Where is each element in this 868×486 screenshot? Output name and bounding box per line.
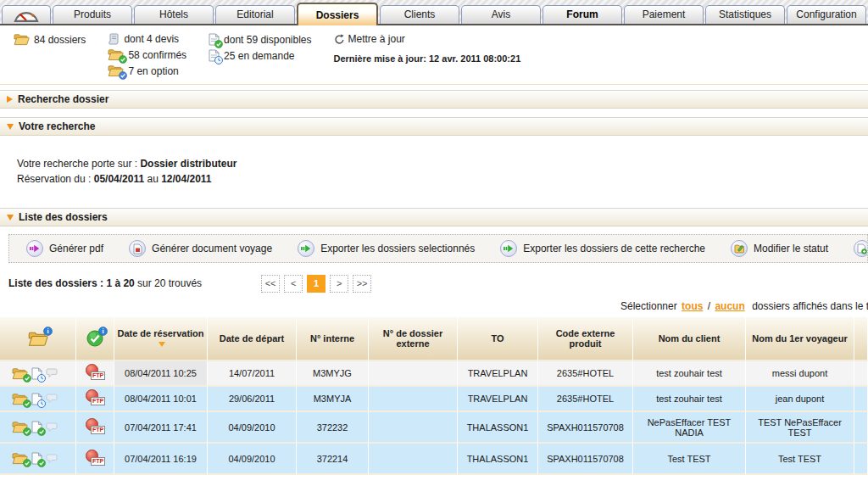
tab-avis[interactable]: Avis <box>461 5 541 24</box>
comment-bubble-icon[interactable] <box>46 394 58 404</box>
tab-clients[interactable]: Clients <box>380 5 459 24</box>
blue-check-badge <box>119 71 127 80</box>
stat-devis: dont 4 devis <box>108 33 186 45</box>
header-nom-client[interactable]: Nom du client <box>633 317 746 361</box>
select-all-link[interactable]: tous <box>682 300 703 312</box>
doc-clock-icon <box>209 49 220 62</box>
header-date-reservation[interactable]: Date de réservation <box>114 317 208 361</box>
folder-check-icon <box>108 48 124 61</box>
folder-check-icon[interactable] <box>12 393 28 405</box>
sort-desc-icon <box>159 342 165 347</box>
cell-num-externe <box>369 412 458 444</box>
doc-check-icon[interactable] <box>31 421 42 433</box>
folder-check-icon[interactable] <box>12 421 28 433</box>
tab-hotels[interactable]: Hôtels <box>134 5 214 24</box>
pdf-arrow-icon <box>26 240 43 257</box>
cell-cropped <box>854 387 868 412</box>
cell-nom-voyageur: messi dupont <box>746 361 854 387</box>
refresh-button[interactable]: Mettre à jour <box>334 33 521 45</box>
section-liste-dossiers-label: Liste des dossiers <box>19 211 108 223</box>
generate-pdf-button[interactable]: Générer pdf <box>26 240 103 257</box>
generate-travel-doc-button[interactable]: Générer document voyage <box>129 240 272 257</box>
ftp-status-icon[interactable]: FTP <box>86 389 104 406</box>
prev-page-button[interactable]: < <box>284 275 303 293</box>
tab-configuration[interactable]: Configuration <box>787 5 866 24</box>
pagination-row: Liste des dossiers : 1 à 20 sur 20 trouv… <box>8 273 868 293</box>
cell-date-reservation: 07/04/2011 16:19 <box>114 444 208 475</box>
header-num-externe[interactable]: N° de dossier externe <box>369 317 458 361</box>
cell-code-externe: SPAXH011570708 <box>538 444 633 475</box>
table-row[interactable]: FTP 08/04/2011 10:25 14/07/2011 M3MYJG T… <box>0 361 868 387</box>
folder-check-icon[interactable] <box>12 452 28 465</box>
cell-nom-voyageur: Test TEST <box>746 444 854 475</box>
folder-check-icon[interactable] <box>12 367 28 380</box>
dossier-actions-toolbar: Générer pdf Générer document voyage Expo… <box>8 234 868 263</box>
modify-status-label: Modifier le statut <box>754 243 828 254</box>
doc-clock-icon[interactable] <box>31 367 42 380</box>
header-code-externe[interactable]: Code externe produit <box>538 317 633 361</box>
expanded-arrow-icon <box>7 215 14 221</box>
table-row[interactable]: FTP 08/04/2011 10:01 29/06/2011 M3MYJA T… <box>0 387 868 412</box>
folder-icon <box>14 33 30 46</box>
add-button[interactable]: Ajou <box>854 240 868 257</box>
cell-cropped <box>854 444 868 475</box>
range-separator: au <box>144 173 161 185</box>
section-recherche-dossier[interactable]: Recherche dossier <box>0 90 868 109</box>
reservation-date-from: 05/04/2011 <box>94 173 144 185</box>
section-votre-recherche[interactable]: Votre recherche <box>0 117 868 136</box>
stat-option-label: 7 en option <box>128 65 178 77</box>
last-page-button[interactable]: >> <box>353 275 371 293</box>
cell-to: THALASSON1 <box>458 412 538 444</box>
cell-code-externe: SPAXH011570708 <box>538 412 633 444</box>
table-row[interactable]: FTP 07/04/2011 16:19 04/09/2010 372214 T… <box>0 444 868 475</box>
ftp-status-icon[interactable]: FTP <box>86 364 104 381</box>
tab-produits[interactable]: Produits <box>53 5 132 24</box>
results-summary-bold: Liste des dossiers : 1 à 20 <box>8 277 135 289</box>
green-export-icon <box>298 240 314 257</box>
green-check-info-icon: i <box>86 330 103 347</box>
cell-to: TRAVELPLAN <box>458 361 538 387</box>
refresh-label: Mettre à jour <box>348 33 405 45</box>
header-to[interactable]: TO <box>458 317 538 361</box>
main-tab-bar: Produits Hôtels Editorial Dossiers Clien… <box>0 0 868 25</box>
tab-paiement[interactable]: Paiement <box>624 5 704 24</box>
search-summary: Votre recherche porte sur : Dossier dist… <box>0 136 868 208</box>
ftp-status-icon[interactable]: FTP <box>86 418 104 435</box>
doc-check-icon[interactable] <box>31 452 42 465</box>
cell-nom-client: Test TEST <box>633 444 746 475</box>
export-search-button[interactable]: Exporter les dossiers de cette recherche <box>500 240 705 257</box>
ftp-status-icon[interactable]: FTP <box>86 450 104 466</box>
current-page-button[interactable]: 1 <box>307 275 326 293</box>
first-page-button[interactable]: << <box>261 275 280 293</box>
select-suffix: dossiers affichés dans le ta <box>752 300 868 312</box>
export-selected-button[interactable]: Exporter les dossiers selectionnés <box>298 240 475 257</box>
tab-forum[interactable]: Forum <box>542 5 622 24</box>
header-nom-voyageur[interactable]: Nom du 1er voyageur <box>746 317 854 361</box>
cell-date-reservation: 08/04/2011 10:01 <box>114 387 208 412</box>
header-confirm-select[interactable]: i <box>76 317 114 361</box>
stat-disponibles: dont 59 disponibles <box>209 33 311 46</box>
modify-status-button[interactable]: Modifier le statut <box>731 240 828 257</box>
comment-bubble-icon[interactable] <box>46 368 58 378</box>
doc-clock-icon[interactable] <box>31 393 42 405</box>
export-selected-label: Exporter les dossiers selectionnés <box>320 243 475 254</box>
last-update-text: Dernière mise à jour: 12 avr. 2011 08:00… <box>334 53 521 64</box>
section-liste-dossiers[interactable]: Liste des dossiers <box>0 208 868 226</box>
header-num-interne[interactable]: N° interne <box>297 317 369 361</box>
tab-dossiers[interactable]: Dossiers <box>297 3 378 25</box>
results-summary-rest: sur 20 trouvés <box>135 277 202 289</box>
tab-dashboard[interactable] <box>2 5 51 24</box>
comment-bubble-icon[interactable] <box>46 454 58 464</box>
tab-statistiques[interactable]: Statistiques <box>705 5 785 24</box>
header-date-depart[interactable]: Date de départ <box>208 317 297 361</box>
table-row[interactable]: FTP 07/04/2011 17:41 04/09/2010 372232 T… <box>0 412 868 444</box>
section-recherche-dossier-label: Recherche dossier <box>18 93 108 105</box>
next-page-button[interactable]: > <box>330 275 348 293</box>
cell-date-reservation: 07/04/2011 17:41 <box>114 412 208 444</box>
tab-editorial[interactable]: Editorial <box>215 5 295 24</box>
doc-check-icon <box>209 33 220 46</box>
comment-bubble-icon[interactable] <box>46 422 58 433</box>
export-search-label: Exporter les dossiers de cette recherche <box>523 243 705 254</box>
folder-option-icon <box>108 64 124 77</box>
select-none-link[interactable]: aucun <box>715 300 744 312</box>
